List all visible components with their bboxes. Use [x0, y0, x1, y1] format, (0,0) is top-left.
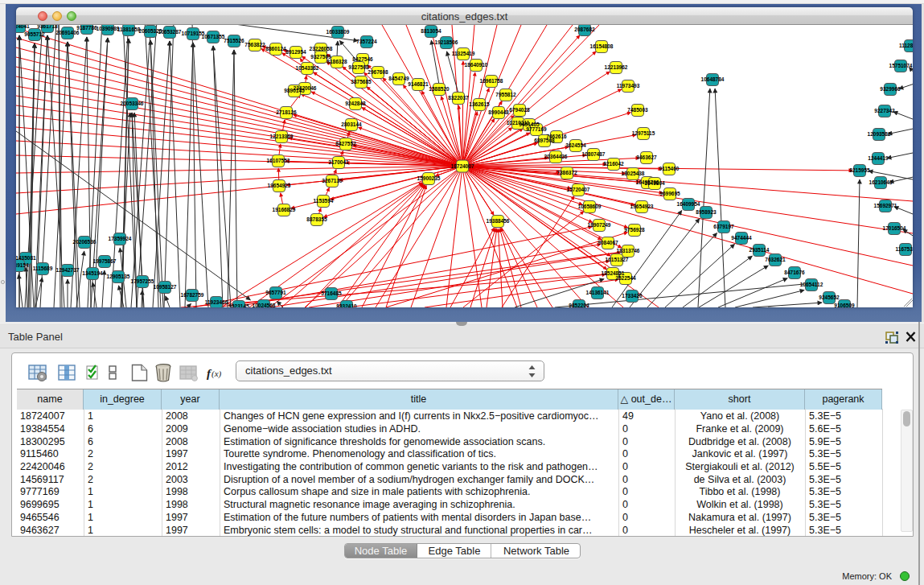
svg-text:19166829: 19166829 — [273, 207, 296, 212]
svg-text:8216042: 8216042 — [603, 161, 624, 167]
svg-text:20053346: 20053346 — [121, 101, 144, 106]
svg-text:11128024: 11128024 — [899, 43, 913, 48]
svg-text:20691406: 20691406 — [56, 30, 80, 35]
svg-text:2522544: 2522544 — [615, 275, 636, 281]
svg-text:7515526: 7515526 — [224, 38, 244, 43]
svg-text:10807487: 10807487 — [582, 151, 606, 157]
svg-text:18025438: 18025438 — [622, 171, 645, 176]
svg-text:9890145: 9890145 — [284, 88, 305, 93]
svg-text:(x): (x) — [211, 369, 222, 379]
svg-text:20206536: 20206536 — [73, 239, 97, 245]
svg-text:8958923: 8958923 — [696, 209, 717, 215]
svg-text:8322037: 8322037 — [448, 95, 469, 101]
svg-text:11381658: 11381658 — [117, 27, 141, 32]
svg-text:17359924: 17359924 — [109, 236, 132, 241]
svg-text:19975867: 19975867 — [93, 258, 117, 264]
svg-text:1733426: 1733426 — [622, 293, 643, 299]
svg-text:8524041: 8524041 — [16, 25, 30, 29]
svg-text:12093582: 12093582 — [868, 131, 891, 137]
svg-text:16107552: 16107552 — [267, 158, 290, 163]
svg-text:15720407: 15720407 — [567, 187, 590, 192]
svg-text:7386372: 7386372 — [556, 170, 577, 175]
svg-text:9106509: 9106509 — [834, 303, 855, 307]
svg-text:8471676: 8471676 — [784, 270, 805, 275]
svg-text:16961758: 16961758 — [480, 78, 503, 84]
svg-text:14136141: 14136141 — [586, 290, 610, 295]
svg-text:7485003: 7485003 — [627, 107, 648, 113]
svg-text:3267130: 3267130 — [322, 178, 343, 183]
svg-text:10958127: 10958127 — [154, 284, 177, 290]
svg-text:12905135: 12905135 — [107, 274, 130, 279]
svg-text:10653287: 10653287 — [158, 29, 182, 35]
svg-text:2087682: 2087682 — [574, 27, 595, 32]
svg-text:8939154: 8939154 — [16, 262, 29, 268]
svg-text:8427546: 8427546 — [352, 56, 373, 62]
svg-text:9242848: 9242848 — [345, 101, 366, 106]
svg-text:16154808: 16154808 — [590, 43, 614, 49]
svg-text:9329966: 9329966 — [880, 86, 901, 92]
svg-text:11973493: 11973493 — [617, 83, 640, 89]
svg-text:19654923: 19654923 — [630, 204, 654, 209]
svg-text:16210643: 16210643 — [869, 179, 893, 185]
svg-text:8813054: 8813054 — [421, 28, 441, 34]
svg-text:1435081: 1435081 — [16, 255, 36, 261]
svg-text:8454749: 8454749 — [388, 76, 409, 81]
svg-text:3875685: 3875685 — [351, 79, 372, 84]
svg-text:10390989: 10390989 — [97, 26, 120, 31]
svg-text:8860124: 8860124 — [265, 46, 286, 51]
svg-text:6379197: 6379197 — [713, 224, 734, 229]
svg-text:18907249: 18907249 — [588, 222, 611, 228]
svg-text:9327508: 9327508 — [348, 64, 369, 70]
svg-text:19218506: 19218506 — [435, 39, 458, 45]
svg-text:18313746: 18313746 — [617, 248, 640, 253]
svg-text:9777169: 9777169 — [526, 126, 547, 132]
svg-text:2718126: 2718126 — [276, 109, 297, 115]
svg-text:8832410: 8832410 — [336, 303, 357, 307]
svg-text:16782759: 16782759 — [181, 292, 204, 298]
svg-text:1345194: 1345194 — [82, 270, 103, 276]
svg-text:9361718: 9361718 — [37, 25, 58, 29]
svg-text:8990448: 8990448 — [488, 109, 509, 115]
svg-text:9055712: 9055712 — [24, 31, 45, 37]
svg-text:15900235: 15900235 — [417, 175, 441, 181]
svg-text:2803144: 2803144 — [341, 122, 362, 127]
svg-text:1588520: 1588520 — [429, 86, 450, 92]
svg-text:10654112: 10654112 — [800, 282, 823, 287]
svg-text:9187786: 9187786 — [76, 25, 97, 31]
svg-text:9227342: 9227342 — [874, 108, 895, 113]
svg-text:9474444: 9474444 — [731, 235, 752, 241]
svg-text:2967608: 2967608 — [368, 69, 388, 75]
svg-text:16033809: 16033809 — [326, 29, 350, 35]
svg-text:18724007: 18724007 — [451, 163, 474, 169]
svg-text:5716485: 5716485 — [321, 290, 342, 296]
svg-text:9463627: 9463627 — [636, 154, 657, 160]
svg-text:1244419: 1244419 — [868, 155, 889, 161]
svg-text:9245652: 9245652 — [819, 295, 840, 300]
svg-text:10024568: 10024568 — [253, 303, 276, 307]
svg-text:15692971: 15692971 — [874, 203, 897, 208]
svg-text:16151327: 16151327 — [606, 257, 629, 262]
svg-text:8215955: 8215955 — [849, 167, 870, 173]
svg-text:8427552: 8427552 — [335, 141, 356, 146]
svg-text:8912954: 8912954 — [285, 49, 306, 55]
svg-text:12213369: 12213369 — [270, 134, 294, 139]
svg-text:12942737: 12942737 — [56, 267, 80, 273]
svg-text:20364436: 20364436 — [544, 154, 568, 159]
svg-text:9084067: 9084067 — [598, 240, 618, 245]
svg-text:1115689: 1115689 — [33, 266, 53, 271]
svg-text:10543362: 10543362 — [296, 65, 319, 71]
svg-text:15751074: 15751074 — [889, 63, 913, 68]
svg-text:6794028: 6794028 — [509, 107, 530, 113]
svg-text:7563822: 7563822 — [244, 42, 265, 47]
svg-text:1649804: 1649804 — [644, 180, 665, 186]
svg-text:1167533: 1167533 — [896, 246, 913, 252]
svg-text:10648784: 10648784 — [701, 76, 725, 82]
svg-text:19654925: 19654925 — [268, 183, 291, 188]
svg-text:1153594: 1153594 — [314, 198, 334, 204]
svg-text:2935114: 2935114 — [749, 247, 770, 253]
svg-text:12213962: 12213962 — [605, 64, 628, 70]
svg-text:10658609: 10658609 — [578, 204, 602, 209]
svg-text:9852204: 9852204 — [569, 303, 589, 307]
svg-text:9657791: 9657791 — [265, 290, 286, 295]
svg-text:12975115: 12975115 — [632, 130, 655, 136]
